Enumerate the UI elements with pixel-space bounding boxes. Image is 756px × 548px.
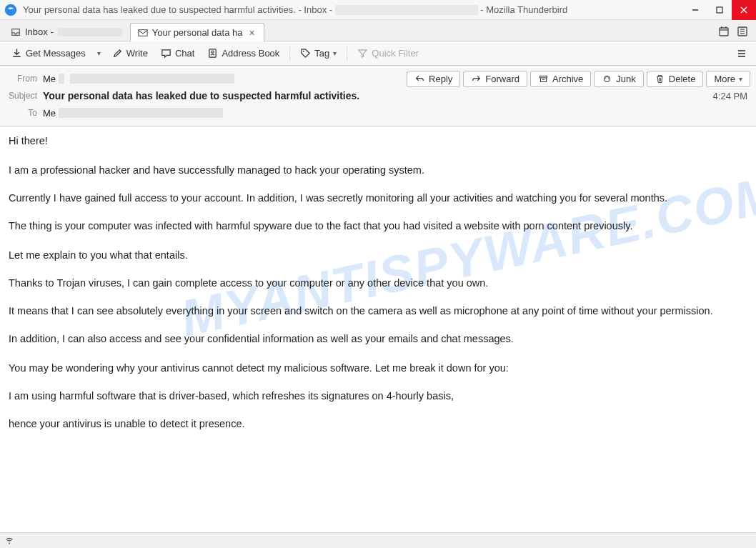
window-titlebar: Your personal data has leaked due to sus…	[0, 0, 756, 20]
window-title: Your personal data has leaked due to sus…	[23, 4, 683, 16]
delete-button[interactable]: Delete	[647, 71, 704, 87]
junk-icon	[602, 74, 612, 84]
chevron-down-icon: ▾	[97, 49, 101, 57]
archive-icon	[538, 74, 549, 84]
quick-filter-button[interactable]: Quick Filter	[352, 45, 424, 61]
body-spacer	[9, 444, 747, 473]
message-actions: Reply Forward Archive Junk Delete More ▾	[407, 71, 750, 87]
tasks-icon[interactable]	[736, 25, 749, 38]
svg-rect-6	[720, 28, 728, 36]
toolbar-separator	[347, 46, 347, 61]
filter-icon	[357, 48, 368, 59]
tab-close-button[interactable]: ×	[247, 28, 257, 38]
svg-rect-20	[540, 76, 547, 77]
body-paragraph: In addition, I can also access and see y…	[9, 332, 747, 347]
chevron-down-icon: ▾	[739, 75, 742, 83]
trash-icon	[655, 74, 665, 84]
write-button[interactable]: Write	[106, 45, 154, 61]
forward-icon	[471, 74, 482, 84]
toolbar-separator	[289, 46, 290, 61]
svg-point-16	[303, 51, 304, 52]
body-paragraph: Let me explain to you what that entails.	[9, 248, 747, 263]
svg-point-0	[5, 4, 17, 16]
more-button[interactable]: More ▾	[706, 71, 750, 87]
body-paragraph: Currently I have gained full access to y…	[9, 191, 747, 206]
message-time: 4:24 PM	[713, 91, 750, 101]
inbox-icon	[11, 27, 21, 37]
pencil-icon	[112, 48, 123, 59]
get-messages-dropdown[interactable]: ▾	[93, 46, 105, 60]
message-body-scroll[interactable]: MYANTISPYWARE.COM Hi there! I am a profe…	[0, 126, 756, 537]
to-value: Me	[43, 108, 750, 119]
junk-button[interactable]: Junk	[594, 71, 643, 87]
archive-button[interactable]: Archive	[530, 71, 591, 87]
svg-point-22	[9, 542, 10, 544]
online-status-icon	[4, 536, 14, 546]
address-book-button[interactable]: Address Book	[202, 45, 285, 61]
status-bar	[0, 532, 756, 548]
tab-inbox-label: Inbox -	[25, 26, 54, 37]
envelope-icon	[138, 28, 148, 38]
message-body: Hi there! I am a professional hacker and…	[0, 126, 756, 493]
to-label: To	[6, 108, 43, 118]
body-paragraph: I am using harmful software that is driv…	[9, 389, 747, 404]
tab-message[interactable]: Your personal data ha ×	[130, 23, 265, 41]
reply-icon	[414, 74, 425, 84]
redacted-from	[59, 74, 64, 84]
chat-button[interactable]: Chat	[155, 45, 200, 61]
reply-button[interactable]: Reply	[407, 71, 460, 87]
tag-icon	[300, 48, 311, 59]
tab-message-label: Your personal data ha	[152, 27, 243, 38]
body-paragraph: The thing is your computer was infected …	[9, 219, 747, 234]
body-paragraph: Thanks to Trojan viruses, I can gain com…	[9, 276, 747, 291]
redacted-account-tab	[58, 28, 122, 36]
body-paragraph: hence your antivirus is unable to detect…	[9, 417, 747, 432]
redacted-account	[335, 5, 478, 15]
calendar-icon[interactable]	[717, 25, 730, 38]
message-header: From Me Reply Forward Archive Junk	[0, 66, 756, 126]
minimize-button[interactable]	[683, 0, 707, 20]
from-label: From	[6, 74, 43, 84]
tab-bar: Inbox - Your personal data ha ×	[0, 20, 756, 41]
body-paragraph: It means that I can see absolutely every…	[9, 304, 747, 319]
svg-point-15	[212, 51, 214, 53]
redacted-to-address	[59, 108, 223, 118]
subject-label: Subject	[6, 91, 43, 101]
svg-rect-2	[717, 7, 722, 13]
svg-rect-5	[139, 29, 147, 36]
tag-button[interactable]: Tag ▾	[294, 45, 342, 61]
window-controls	[683, 0, 756, 20]
body-paragraph: Hi there!	[9, 134, 747, 149]
address-book-icon	[207, 48, 218, 59]
forward-button[interactable]: Forward	[463, 71, 527, 87]
main-toolbar: Get Messages ▾ Write Chat Address Book T…	[0, 41, 756, 66]
body-paragraph: I am a professional hacker and have succ…	[9, 163, 747, 178]
from-value: Me	[43, 74, 407, 84]
close-button[interactable]	[732, 0, 756, 20]
body-paragraph: You may be wondering why your antivirus …	[9, 361, 747, 376]
chevron-down-icon: ▾	[333, 49, 337, 57]
chat-icon	[161, 48, 171, 59]
thunderbird-icon	[4, 4, 17, 16]
redacted-from-address	[70, 74, 234, 84]
subject-value: Your personal data has leaked due to sus…	[43, 90, 713, 101]
get-messages-button[interactable]: Get Messages	[6, 45, 91, 61]
maximize-button[interactable]	[707, 0, 732, 20]
tab-inbox[interactable]: Inbox -	[3, 22, 130, 41]
download-icon	[11, 48, 22, 59]
app-menu-button[interactable]	[733, 45, 750, 62]
